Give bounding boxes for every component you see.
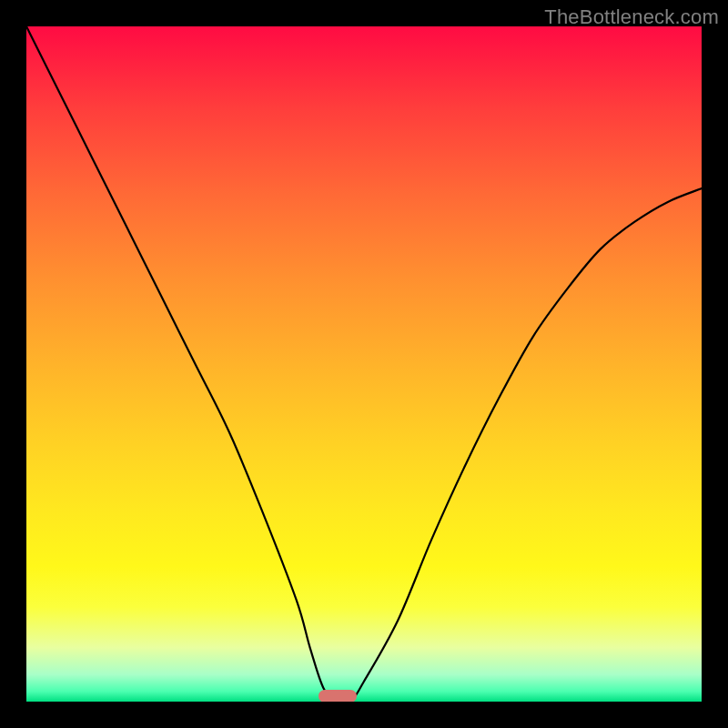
watermark-text: TheBottleneck.com [544,5,719,29]
optimal-marker [318,690,357,702]
chart-frame: TheBottleneck.com [0,0,728,728]
bottleneck-curve [26,26,702,702]
plot-area [26,26,702,702]
